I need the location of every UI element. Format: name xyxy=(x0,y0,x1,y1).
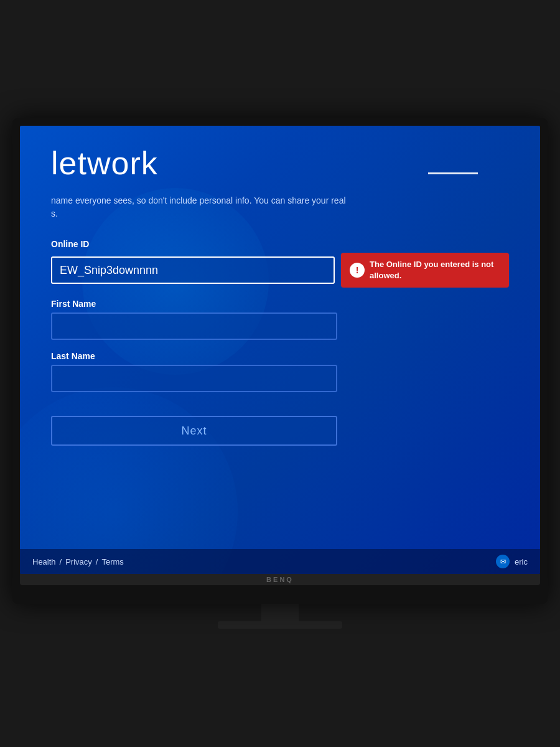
error-message: The Online ID you entered is not allowed… xyxy=(370,259,500,281)
first-name-label: First Name xyxy=(51,299,509,309)
first-name-input[interactable] xyxy=(51,312,337,340)
title-divider xyxy=(428,172,478,174)
monitor-brand: BenQ xyxy=(266,576,294,583)
next-button[interactable]: Next xyxy=(51,416,337,446)
monitor-bottom-bezel: BenQ xyxy=(20,574,540,585)
online-id-group: Online ID ! The Online ID you entered is… xyxy=(51,239,509,288)
form: Online ID ! The Online ID you entered is… xyxy=(51,239,509,446)
last-name-input[interactable] xyxy=(51,365,337,392)
monitor-bezel: letwork name everyone sees, so don't inc… xyxy=(12,118,548,604)
monitor-outer: letwork name everyone sees, so don't inc… xyxy=(12,118,548,629)
monitor-stand-neck xyxy=(261,604,299,621)
error-icon: ! xyxy=(350,263,365,278)
error-bubble: ! The Online ID you entered is not allow… xyxy=(341,253,509,288)
subtitle: name everyone sees, so don't include per… xyxy=(51,194,424,220)
first-name-group: First Name xyxy=(51,299,509,340)
monitor-stand-base xyxy=(218,621,342,629)
screen: letwork name everyone sees, so don't inc… xyxy=(20,126,540,574)
online-id-label: Online ID xyxy=(51,239,509,249)
last-name-row xyxy=(51,365,509,392)
online-id-row: ! The Online ID you entered is not allow… xyxy=(51,253,509,288)
first-name-row xyxy=(51,312,509,340)
last-name-group: Last Name xyxy=(51,351,509,392)
page-title: letwork xyxy=(51,144,509,182)
online-id-input[interactable] xyxy=(51,256,335,284)
last-name-label: Last Name xyxy=(51,351,509,361)
